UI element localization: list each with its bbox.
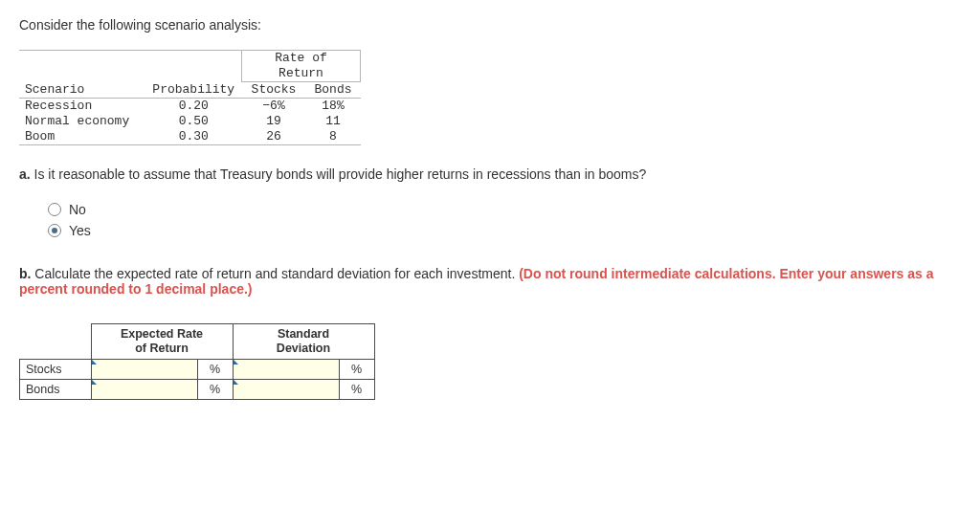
- row-label: Bonds: [20, 380, 92, 400]
- cell-bonds: 18%: [306, 99, 361, 115]
- radio-group-a: No Yes: [48, 199, 961, 241]
- question-b: b. Calculate the expected rate of return…: [19, 266, 961, 297]
- answer-table: Expected Rate of Return Standard Deviati…: [19, 323, 375, 400]
- question-b-label: b.: [19, 266, 31, 281]
- scenario-table: Rate of Return Scenario Probability Stoc…: [19, 50, 361, 145]
- hdr-standard-deviation: Standard Deviation: [233, 324, 374, 360]
- question-b-text: Calculate the expected rate of return an…: [34, 266, 519, 281]
- bonds-expected-input[interactable]: [91, 380, 197, 400]
- cell-scenario: Boom: [19, 129, 145, 145]
- hdr-line1: Standard: [278, 327, 329, 341]
- cell-scenario: Normal economy: [19, 114, 145, 129]
- stocks-expected-input[interactable]: [91, 360, 197, 380]
- rate-of-header: Rate of: [242, 51, 361, 67]
- cell-bonds: 11: [306, 114, 361, 129]
- cell-prob: 0.50: [145, 114, 242, 129]
- radio-option-no[interactable]: No: [48, 199, 961, 220]
- radio-icon: [48, 224, 61, 237]
- cell-bonds: 8: [306, 129, 361, 145]
- hdr-scenario: Scenario: [19, 82, 145, 99]
- return-header: Return: [242, 66, 361, 82]
- cell-prob: 0.30: [145, 129, 242, 145]
- hdr-line2: Deviation: [277, 342, 330, 355]
- input-marker-icon: [92, 380, 97, 385]
- radio-label: Yes: [69, 223, 91, 238]
- hdr-line1: Expected Rate: [121, 327, 203, 341]
- stocks-stddev-input[interactable]: [233, 360, 339, 380]
- input-marker-icon: [92, 360, 97, 364]
- table-row: Recession 0.20 −6% 18%: [19, 99, 361, 115]
- input-marker-icon: [234, 360, 238, 364]
- hdr-bonds: Bonds: [306, 82, 361, 99]
- hdr-stocks: Stocks: [242, 82, 306, 99]
- unit-percent: %: [339, 360, 374, 380]
- cell-stocks: 26: [242, 129, 306, 145]
- unit-percent: %: [339, 380, 374, 400]
- table-row: Boom 0.30 26 8: [19, 129, 361, 145]
- unit-percent: %: [197, 380, 233, 400]
- hdr-probability: Probability: [145, 82, 242, 99]
- bonds-stddev-input[interactable]: [233, 380, 339, 400]
- cell-scenario: Recession: [19, 99, 145, 115]
- hdr-line2: of Return: [135, 342, 189, 355]
- question-a: a. Is it reasonable to assume that Treas…: [19, 166, 961, 182]
- corner-cell: [20, 324, 92, 360]
- cell-stocks: 19: [242, 114, 306, 129]
- row-label: Stocks: [20, 360, 92, 380]
- table-row: Stocks % %: [20, 360, 375, 380]
- cell-stocks: −6%: [242, 99, 306, 115]
- cell-prob: 0.20: [145, 99, 242, 115]
- table-row: Normal economy 0.50 19 11: [19, 114, 361, 129]
- intro-text: Consider the following scenario analysis…: [19, 17, 961, 33]
- question-a-text: Is it reasonable to assume that Treasury…: [34, 166, 647, 182]
- radio-option-yes[interactable]: Yes: [48, 220, 961, 241]
- radio-icon: [48, 203, 61, 216]
- question-a-label: a.: [19, 166, 31, 182]
- unit-percent: %: [197, 360, 233, 380]
- hdr-expected-return: Expected Rate of Return: [91, 324, 233, 360]
- input-marker-icon: [234, 380, 238, 385]
- radio-label: No: [69, 202, 86, 217]
- table-row: Bonds % %: [20, 380, 375, 400]
